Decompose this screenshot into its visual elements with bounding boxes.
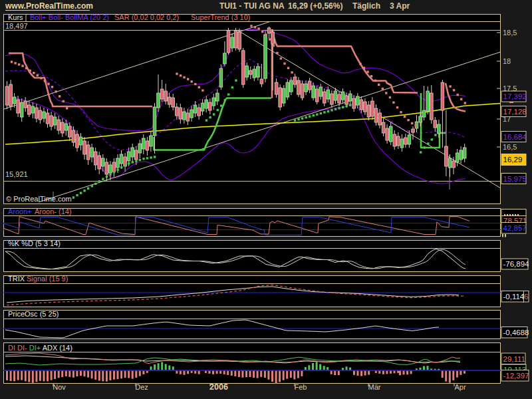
svg-text:16,684: 16,684 [503,133,527,141]
svg-text:29,111: 29,111 [503,355,525,363]
svg-text:Feb: Feb [295,383,307,391]
svg-text:18,497: 18,497 [5,22,28,30]
svg-text:Dez: Dez [135,383,148,391]
svg-text:Apr: Apr [454,383,466,391]
svg-text:6: 6 [524,293,528,301]
svg-text:3 Apr: 3 Apr [390,1,410,11]
svg-text:-0,114: -0,114 [503,293,525,301]
svg-text:Mär: Mär [368,383,381,391]
svg-text:2006: 2006 [209,382,228,392]
svg-text:16,5: 16,5 [503,143,517,151]
svg-text:TUI1 - TUI AG NA: TUI1 - TUI AG NA [219,1,285,11]
svg-text:www.ProRealTime.com: www.ProRealTime.com [5,1,93,11]
svg-text:Nov: Nov [53,383,66,391]
svg-text:42,857: 42,857 [503,224,527,232]
svg-text:15,975: 15,975 [503,175,527,183]
svg-text:17,392: 17,392 [503,92,527,100]
svg-text:Täglich: Täglich [352,1,380,11]
svg-text:17,128: 17,128 [503,108,527,116]
svg-text:-12,397: -12,397 [503,372,529,380]
svg-text:18: 18 [503,57,511,65]
svg-text:DI DI- DI+ ADX (14): DI DI- DI+ ADX (14) [8,344,72,352]
svg-text:SuperTrend (3 10): SuperTrend (3 10) [191,13,250,21]
svg-text:18,5: 18,5 [503,29,517,37]
svg-text:Aroon- (14): Aroon- (14) [35,207,72,215]
svg-text:-0,4688: -0,4688 [503,329,529,336]
svg-text:16,29: 16,29 [503,156,523,164]
svg-text:© ProRealTime.com: © ProRealTime.com [6,195,72,203]
svg-text:15,921: 15,921 [5,170,28,178]
svg-text:%K %D (5 3 14): %K %D (5 3 14) [8,239,61,247]
svg-text:Boll+ Boll- BollMA (20 2): Boll+ Boll- BollMA (20 2) [30,13,109,21]
svg-text:-76,894: -76,894 [503,260,530,268]
svg-text:Aroon+: Aroon+ [8,207,32,215]
svg-text:Kurs: Kurs [8,13,23,21]
svg-text:Signal (15 9): Signal (15 9) [27,275,68,283]
svg-text:SAR (0,02 0,02 0,2): SAR (0,02 0,02 0,2) [114,13,179,21]
svg-text:PriceOsc (5 25): PriceOsc (5 25) [8,310,59,318]
svg-text:TRIX: TRIX [8,275,25,283]
svg-text:16,29 (+0,56%): 16,29 (+0,56%) [288,1,342,11]
